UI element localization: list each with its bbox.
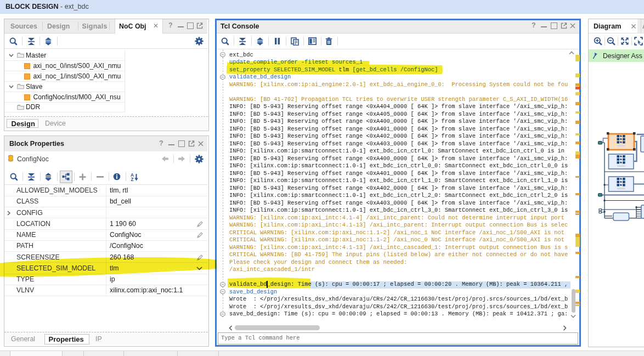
svg-text:Z: Z: [131, 176, 133, 180]
